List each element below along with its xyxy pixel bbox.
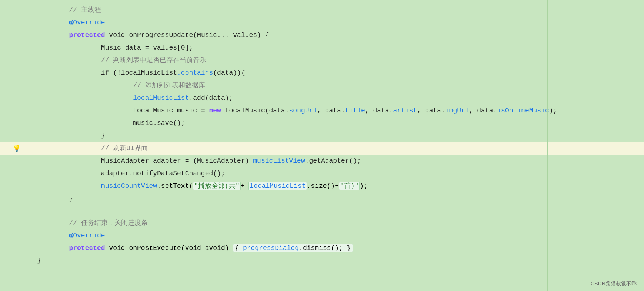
- token: songUrl: [289, 107, 317, 114]
- code-line: @Override: [0, 229, 644, 242]
- code-content: protected void onProgressUpdate(Music...…: [33, 29, 644, 41]
- token: Music data = values[0];: [101, 44, 193, 51]
- code-line: protected void onPostExecute(Void aVoid)…: [0, 242, 644, 254]
- token: // 任务结束，关闭进度条: [69, 219, 147, 227]
- token: new: [209, 107, 221, 114]
- code-content: // 判断列表中是否已存在当前音乐: [33, 54, 644, 66]
- bulb-icon[interactable]: 💡: [13, 144, 21, 152]
- token: .add(data);: [189, 94, 233, 102]
- code-content: if (!localMusicList.contains(data)){: [33, 67, 644, 79]
- token: isOnlineMusic: [497, 107, 549, 114]
- code-content: @Override: [33, 230, 644, 241]
- token: LocalMusic(data.: [221, 107, 289, 114]
- token: music.save();: [133, 119, 185, 127]
- code-line: adapter.notifyDataSetChanged();: [0, 167, 644, 180]
- token: (Music... values) {: [193, 31, 269, 39]
- token: , data.: [417, 107, 445, 114]
- token: (data)){: [213, 69, 245, 77]
- token: adapter.notifyDataSetChanged();: [101, 170, 225, 177]
- code-content: LocalMusic music = new LocalMusic(data.s…: [33, 105, 644, 116]
- token: }: [101, 132, 105, 139]
- code-line: musicCountView.setText("播放全部(共"+ localMu…: [0, 180, 644, 192]
- token: // 刷新UI界面: [101, 145, 148, 152]
- code-content: musicCountView.setText("播放全部(共"+ localMu…: [33, 180, 644, 192]
- code-line: 💡 // 刷新UI界面: [0, 142, 644, 155]
- token: , data.: [365, 107, 393, 114]
- code-line: [0, 205, 644, 217]
- code-content: localMusicList.add(data);: [33, 92, 644, 104]
- code-line: // 判断列表中是否已存在当前音乐: [0, 54, 644, 67]
- code-line: MusicAdapter adapter = (MusicAdapter) mu…: [0, 155, 644, 167]
- code-line: // 任务结束，关闭进度条: [0, 217, 644, 229]
- code-line: }: [0, 192, 644, 205]
- code-line: LocalMusic music = new LocalMusic(data.s…: [0, 104, 644, 117]
- code-line: // 添加到列表和数据库: [0, 79, 644, 92]
- token: onProgressUpdate: [129, 31, 193, 39]
- token: );: [549, 107, 557, 114]
- code-line: protected void onProgressUpdate(Music...…: [0, 29, 644, 41]
- token: @Override: [69, 19, 105, 26]
- code-content: adapter.notifyDataSetChanged();: [33, 168, 644, 179]
- code-content: // 添加到列表和数据库: [33, 79, 644, 91]
- token: , data.: [469, 107, 497, 114]
- token: artist: [393, 107, 417, 114]
- token: .contains: [177, 69, 213, 77]
- code-content: }: [33, 130, 644, 142]
- code-content: // 主线程: [33, 4, 644, 16]
- token: MusicAdapter adapter = (MusicAdapter): [101, 157, 253, 165]
- code-content: // 刷新UI界面: [33, 142, 644, 154]
- code-line: Music data = values[0];: [0, 41, 644, 54]
- token: localMusicList: [133, 94, 189, 102]
- code-content: }: [33, 193, 644, 204]
- token: // 主线程: [69, 6, 101, 14]
- code-content: @Override: [33, 17, 644, 28]
- token: imgUrl: [445, 107, 469, 114]
- token: // 添加到列表和数据库: [133, 82, 205, 89]
- code-content: protected void onPostExecute(Void aVoid)…: [33, 242, 644, 254]
- token: , data.: [317, 107, 345, 114]
- code-line: // 主线程: [0, 4, 644, 16]
- code-content: music.save();: [33, 117, 644, 129]
- code-content: // 任务结束，关闭进度条: [33, 217, 644, 229]
- code-line: if (!localMusicList.contains(data)){: [0, 67, 644, 79]
- token: void: [105, 31, 129, 39]
- token: .getAdapter();: [305, 157, 361, 165]
- token: title: [345, 107, 365, 114]
- code-line: localMusicList.add(data);: [0, 92, 644, 104]
- token: LocalMusic music =: [133, 107, 209, 114]
- code-line: @Override: [0, 16, 644, 29]
- code-content: }: [33, 255, 644, 267]
- code-line: }: [0, 254, 644, 267]
- code-editor: // 主线程 @Override protected void onProgre…: [0, 0, 644, 291]
- token: if (!localMusicList: [101, 69, 177, 77]
- code-content: Music data = values[0];: [33, 42, 644, 54]
- watermark: CSDN@猫叔很不乖: [591, 281, 637, 287]
- code-line: music.save();: [0, 117, 644, 129]
- token: }: [37, 257, 41, 264]
- token: }: [69, 195, 73, 202]
- code-line: }: [0, 129, 644, 142]
- token: musicListView: [253, 157, 305, 165]
- line-gutter: 💡: [0, 144, 33, 152]
- token: @Override: [69, 232, 105, 239]
- code-content: MusicAdapter adapter = (MusicAdapter) mu…: [33, 155, 644, 167]
- token: protected: [69, 31, 105, 39]
- token: // 判断列表中是否已存在当前音乐: [101, 57, 206, 64]
